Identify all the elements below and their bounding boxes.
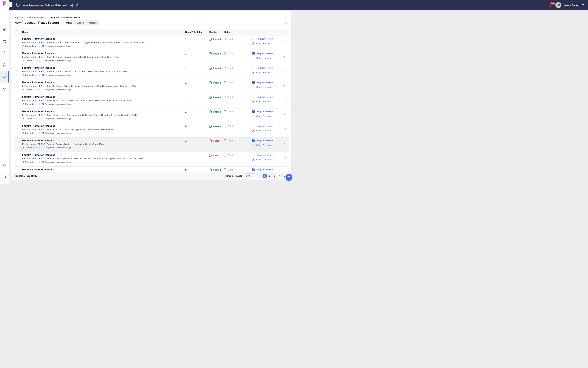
- requester-name: Xavier Conort: [25, 45, 37, 47]
- breadcrumb-feature-requests[interactable]: Feature Requests: [27, 16, 45, 19]
- table-row[interactable]: Feature Promotion Request Feature Name: …: [15, 50, 289, 65]
- chevron-down-icon[interactable]: [283, 171, 286, 172]
- table-row[interactable]: Feature Promotion Request Feature Name: …: [15, 79, 289, 94]
- request-review-link[interactable]: Request Review: [252, 125, 273, 128]
- chevron-down-icon[interactable]: [80, 4, 83, 6]
- search-button[interactable]: [283, 20, 288, 26]
- request-review-link[interactable]: Request Review: [252, 37, 273, 40]
- table-row[interactable]: Feature Promotion Request Feature Name: …: [15, 152, 289, 166]
- sidebar-item-idea[interactable]: [0, 47, 9, 59]
- row-checkbox[interactable]: [16, 70, 19, 74]
- help-button[interactable]: ?: [285, 174, 292, 181]
- check-circle-icon: [209, 168, 212, 172]
- page-button-4[interactable]: 4: [277, 174, 282, 178]
- request-review-link[interactable]: Request Review: [252, 81, 273, 84]
- close-request-link[interactable]: Close Request: [252, 144, 271, 147]
- checklist-icon: [252, 37, 255, 40]
- breadcrumb-approve[interactable]: Approve: [15, 16, 23, 19]
- sidebar: [0, 0, 9, 184]
- tab-merged[interactable]: Merged: [86, 21, 99, 25]
- close-request-link[interactable]: Close Request: [252, 129, 271, 132]
- status-cell: Draft: [224, 37, 233, 40]
- breadcrumb-separator: >: [24, 16, 26, 19]
- sidebar-item-activity[interactable]: [0, 83, 9, 94]
- request-review-link[interactable]: Request Review: [252, 110, 273, 113]
- settings-gear-icon[interactable]: [75, 4, 78, 7]
- expand-sidebar-button[interactable]: [7, 2, 12, 7]
- request-review-link[interactable]: Request Review: [252, 66, 273, 69]
- rows-per-page-select[interactable]: 100: [244, 173, 255, 178]
- request-review-link[interactable]: Request Review: [252, 139, 273, 142]
- row-checkbox[interactable]: [16, 85, 19, 88]
- request-review-link[interactable]: Request Review: [252, 154, 273, 156]
- close-request-link[interactable]: Close Request: [252, 86, 271, 88]
- sidebar-item-shield-check[interactable]: [2, 162, 7, 167]
- tile-jobs-count: 1: [185, 139, 187, 142]
- chevron-down-icon[interactable]: [283, 142, 286, 146]
- chevron-down-icon[interactable]: [283, 69, 286, 73]
- chevron-down-icon[interactable]: [283, 83, 286, 88]
- share-icon[interactable]: [70, 4, 73, 7]
- alert-circle-icon: [209, 139, 212, 142]
- close-request-link[interactable]: Close Request: [252, 42, 271, 45]
- checklist-icon: [252, 125, 255, 128]
- close-request-link[interactable]: Close Request: [252, 57, 271, 59]
- row-checkbox[interactable]: [16, 143, 19, 147]
- chevron-down-icon[interactable]: [283, 156, 286, 160]
- prev-page-button[interactable]: ‹: [258, 174, 262, 178]
- requester-name: Xavier Conort: [25, 74, 37, 76]
- close-request-link[interactable]: Close Request: [252, 158, 271, 161]
- request-review-link[interactable]: Request Review: [252, 52, 273, 55]
- requester-name: Xavier Conort: [25, 161, 37, 163]
- table-row[interactable]: Feature Promotion Request | 0 Passed Dra…: [15, 166, 289, 172]
- sidebar-item-approve-check[interactable]: [0, 71, 9, 83]
- page-button-2[interactable]: 2: [267, 174, 272, 178]
- close-request-link[interactable]: Close Request: [252, 71, 271, 74]
- tab-open[interactable]: Open: [63, 21, 74, 25]
- select-all-checkbox[interactable]: [16, 30, 19, 34]
- requester-name: Xavier Conort: [25, 89, 37, 91]
- chevron-down-icon[interactable]: [283, 55, 286, 59]
- row-checkbox[interactable]: [16, 41, 19, 45]
- sidebar-item-user-search[interactable]: [2, 174, 7, 179]
- close-request-link[interactable]: Close Request: [252, 115, 271, 117]
- topbar: Loan Applications Dataset UI tutorial 99…: [9, 0, 294, 10]
- chevron-down-icon[interactable]: [283, 127, 286, 131]
- checks-label: Passed: [213, 82, 221, 84]
- page-button-3[interactable]: 3: [273, 174, 277, 178]
- request-title: Feature Promotion Request: [22, 154, 55, 156]
- row-checkbox[interactable]: [16, 129, 19, 132]
- person-icon: [22, 132, 24, 134]
- check-circle-icon: [209, 52, 212, 55]
- meta-divider: |: [39, 59, 40, 62]
- table-row[interactable]: Feature Promotion Request Feature Name: …: [15, 123, 289, 138]
- table-row[interactable]: Feature Promotion Request Feature Name: …: [15, 94, 289, 109]
- page-button-1[interactable]: 1: [263, 174, 267, 178]
- request-review-link[interactable]: Request Review: [252, 168, 273, 171]
- tab-closed[interactable]: Closed: [74, 21, 86, 25]
- row-checkbox[interactable]: [16, 157, 19, 161]
- chevron-down-icon[interactable]: [283, 40, 286, 44]
- checklist-icon: [252, 81, 255, 84]
- sidebar-item-experiment[interactable]: [0, 59, 9, 71]
- draft-document-icon: [224, 96, 227, 99]
- row-checkbox[interactable]: [16, 100, 19, 103]
- sidebar-item-ai-head[interactable]: [0, 35, 9, 47]
- request-review-link[interactable]: Request Review: [252, 95, 273, 98]
- spinner-arrows-icon[interactable]: [252, 175, 253, 177]
- row-checkbox[interactable]: [16, 114, 19, 117]
- checks-label: Passed: [213, 67, 221, 70]
- row-meta: Xavier Conort | Requested a few seconds …: [22, 45, 71, 47]
- row-checkbox[interactable]: [16, 56, 19, 59]
- table-row[interactable]: Feature Promotion Request Feature Name: …: [15, 109, 289, 123]
- requested-time: Requested a few seconds ago: [45, 74, 71, 76]
- table-row[interactable]: Feature Promotion Request Feature Name: …: [15, 65, 289, 79]
- sidebar-item-telescope[interactable]: [0, 24, 9, 35]
- column-header-jobs: No. of Tile Jobs: [185, 31, 202, 33]
- chevron-down-icon[interactable]: [283, 98, 286, 102]
- table-row[interactable]: Feature Promotion Request Feature Name: …: [15, 138, 289, 152]
- close-request-link[interactable]: Close Request: [252, 100, 271, 103]
- request-title: Feature Promotion Request: [22, 125, 55, 127]
- table-row[interactable]: Feature Promotion Request Feature Name: …: [15, 36, 289, 50]
- chevron-down-icon[interactable]: [283, 113, 286, 117]
